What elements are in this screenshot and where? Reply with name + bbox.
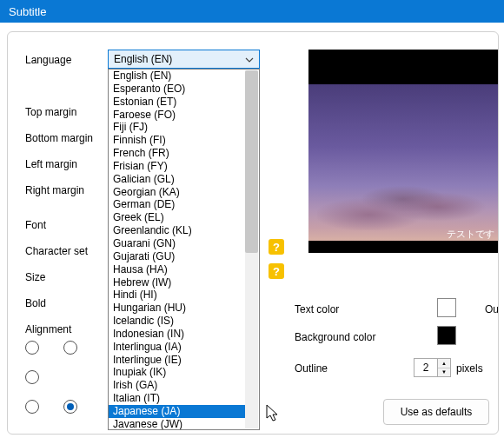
help-icon[interactable]: ?	[269, 239, 284, 255]
preview-subtitle-text: テストです	[447, 228, 494, 241]
language-option[interactable]: French (FR)	[109, 147, 245, 160]
language-option[interactable]: Estonian (ET)	[109, 96, 245, 109]
alignment-radios	[25, 341, 77, 429]
language-option[interactable]: Georgian (KA)	[109, 186, 245, 199]
language-option[interactable]: Inupiak (IK)	[109, 366, 245, 379]
language-option[interactable]: Fiji (FJ)	[109, 121, 245, 134]
language-option[interactable]: Hindi (HI)	[109, 289, 245, 302]
language-combobox[interactable]: English (EN)	[108, 50, 260, 69]
subtitle-preview: テストです	[308, 50, 498, 253]
language-dropdown[interactable]: English (EN)Esperanto (EO)Estonian (ET)F…	[108, 69, 260, 430]
language-option[interactable]: Hebrew (IW)	[109, 276, 245, 289]
language-option[interactable]: Irish (GA)	[109, 379, 245, 392]
mouse-cursor-icon	[266, 404, 282, 423]
text-color-swatch[interactable]	[437, 298, 456, 317]
language-option[interactable]: Hausa (HA)	[109, 263, 245, 276]
settings-panel: Language Top margin Bottom margin Left m…	[7, 31, 499, 435]
language-option[interactable]: Galician (GL)	[109, 173, 245, 186]
dropdown-scrollbar-thumb[interactable]	[245, 70, 258, 253]
language-option[interactable]: Greenlandic (KL)	[109, 224, 245, 237]
language-option[interactable]: Gujarati (GU)	[109, 250, 245, 263]
label-outline-truncated: Ou	[485, 303, 499, 315]
language-current-value: English (EN)	[114, 53, 172, 65]
spinner-up-icon[interactable]: ▲	[438, 359, 450, 368]
language-option[interactable]: Icelandic (IS)	[109, 315, 245, 328]
language-option[interactable]: Interlingua (IA)	[109, 341, 245, 354]
language-option[interactable]: Japanese (JA)	[109, 405, 245, 418]
language-option[interactable]: Javanese (JW)	[109, 418, 245, 430]
alignment-radio-bot-center[interactable]	[63, 400, 77, 414]
alignment-radio-top-center[interactable]	[63, 341, 77, 355]
label-bold: Bold	[25, 297, 46, 309]
use-as-defaults-button[interactable]: Use as defaults	[383, 399, 489, 425]
language-option[interactable]: Frisian (FY)	[109, 160, 245, 173]
chevron-down-icon	[245, 56, 254, 64]
language-option[interactable]: Greek (EL)	[109, 211, 245, 224]
label-right-margin: Right margin	[25, 184, 84, 196]
label-bottom-margin: Bottom margin	[25, 132, 93, 144]
alignment-radio-mid-left[interactable]	[25, 370, 39, 384]
label-top-margin: Top margin	[25, 106, 76, 118]
language-option[interactable]: Hungarian (HU)	[109, 302, 245, 315]
language-option[interactable]: Esperanto (EO)	[109, 83, 245, 96]
label-charset: Character set	[25, 245, 88, 257]
outline-spinner[interactable]: ▲ ▼	[414, 358, 451, 377]
alignment-radio-bot-left[interactable]	[25, 400, 39, 414]
label-outline: Outline	[295, 362, 328, 375]
language-option[interactable]: Faroese (FO)	[109, 109, 245, 122]
language-option[interactable]: Italian (IT)	[109, 392, 245, 405]
help-icon[interactable]: ?	[269, 263, 284, 279]
language-option[interactable]: Indonesian (IN)	[109, 328, 245, 341]
language-option[interactable]: Guarani (GN)	[109, 237, 245, 250]
language-option[interactable]: English (EN)	[109, 70, 245, 83]
alignment-radio-top-left[interactable]	[25, 341, 39, 355]
window-titlebar: Subtitle	[0, 0, 504, 23]
window-title: Subtitle	[9, 5, 46, 18]
label-language: Language	[25, 54, 71, 66]
spinner-down-icon[interactable]: ▼	[438, 368, 450, 377]
label-bg-color: Background color	[295, 331, 375, 343]
language-option[interactable]: German (DE)	[109, 198, 245, 211]
label-alignment: Alignment	[25, 323, 71, 335]
label-font: Font	[25, 219, 46, 231]
label-pixels: pixels	[456, 362, 483, 375]
outline-input[interactable]	[414, 358, 438, 377]
language-option[interactable]: Finnish (FI)	[109, 134, 245, 147]
label-size: Size	[25, 271, 45, 283]
label-left-margin: Left margin	[25, 158, 77, 170]
language-option[interactable]: Interlingue (IE)	[109, 354, 245, 367]
label-text-color: Text color	[295, 303, 339, 315]
bg-color-swatch[interactable]	[437, 326, 456, 345]
